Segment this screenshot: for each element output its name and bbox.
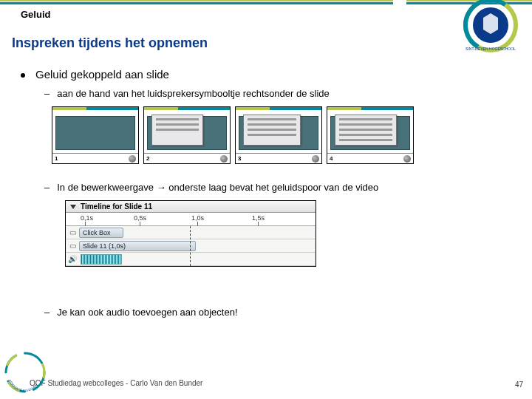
bullet-2c-text: Je kan ook audio toevoegen aan objecten!	[57, 307, 237, 318]
thumb-number: 1	[55, 155, 58, 162]
timeline-row: ▭ Click Box	[66, 226, 316, 239]
ruler-tick: 0,1s	[81, 214, 93, 222]
svg-text:SINT-LIEVEN HOGESCHOOL: SINT-LIEVEN HOGESCHOOL	[466, 47, 516, 51]
ruler-tick: 0,5s	[134, 214, 146, 222]
bullet-dash: –	[44, 88, 50, 99]
content-area: Geluid gekoppeld aan slide – aan de hand…	[21, 68, 511, 325]
speaker-icon	[403, 155, 411, 163]
bullet-level-2: – In de bewerkweergave → onderste laag b…	[44, 182, 511, 193]
slide-thumbnail: 3	[235, 106, 322, 164]
slide-thumbnail: 1	[52, 106, 139, 164]
thumbnail-strip: 1 2 3 4	[52, 106, 511, 164]
collapse-triangle-icon	[70, 205, 76, 209]
speaker-icon	[220, 155, 228, 163]
bullet-1-text: Geluid gekoppeld aan slide	[35, 68, 169, 81]
timeline-title-text: Timeline for Slide 11	[81, 202, 152, 211]
speaker-icon	[312, 155, 319, 163]
bullet-dot	[21, 73, 25, 78]
ruler-tick: 1,5s	[252, 214, 265, 222]
timeline-header: Timeline for Slide 11	[66, 201, 316, 213]
timeline-row: ▭ Slide 11 (1,0s)	[66, 239, 316, 253]
ruler-tick: 1,0s	[191, 214, 204, 222]
section-tag: Geluid	[21, 9, 50, 20]
association-logo: ASSOCIATIE KULEUVEN	[3, 350, 47, 395]
object-icon: ▭	[66, 228, 79, 236]
slide-thumbnail: 2	[143, 106, 231, 164]
audio-waveform	[81, 254, 122, 265]
thumb-number: 4	[330, 155, 332, 162]
institution-logo: SINT-LIEVEN HOGESCHOOL	[430, 0, 526, 61]
thumb-number: 2	[146, 155, 149, 162]
bullet-dash: –	[44, 182, 50, 193]
timeline-panel: Timeline for Slide 11 0,1s 0,5s 1,0s 1,5…	[65, 200, 316, 267]
timeline-ruler: 0,1s 0,5s 1,0s 1,5s	[66, 213, 316, 226]
thumb-number: 3	[238, 155, 241, 162]
bullet-level-1: Geluid gekoppeld aan slide	[21, 68, 511, 81]
footer-text: OOF Studiedag webcolleges - Carlo Van de…	[30, 379, 202, 387]
bullet-2a-text: aan de hand van het luidsprekersymbooltj…	[57, 88, 330, 99]
timeline-clip: Slide 11 (1,0s)	[79, 241, 196, 251]
slide-icon: ▭	[66, 242, 79, 250]
slide-title: Inspreken tijdens het opnemen	[12, 35, 208, 51]
slide-thumbnail: 4	[327, 106, 414, 164]
svg-point-5	[3, 350, 47, 395]
page-number: 47	[515, 381, 523, 389]
timeline-clip: Click Box	[79, 228, 123, 238]
timeline-audio-row: 🔊	[66, 253, 316, 266]
bullet-2b-text: In de bewerkweergave → onderste laag bev…	[57, 182, 378, 193]
bullet-level-2: – aan de hand van het luidsprekersymbool…	[44, 88, 511, 99]
audio-icon: 🔊	[66, 255, 79, 263]
bullet-dash: –	[44, 307, 50, 318]
bullet-level-2: – Je kan ook audio toevoegen aan objecte…	[44, 307, 511, 318]
speaker-icon	[129, 155, 136, 163]
